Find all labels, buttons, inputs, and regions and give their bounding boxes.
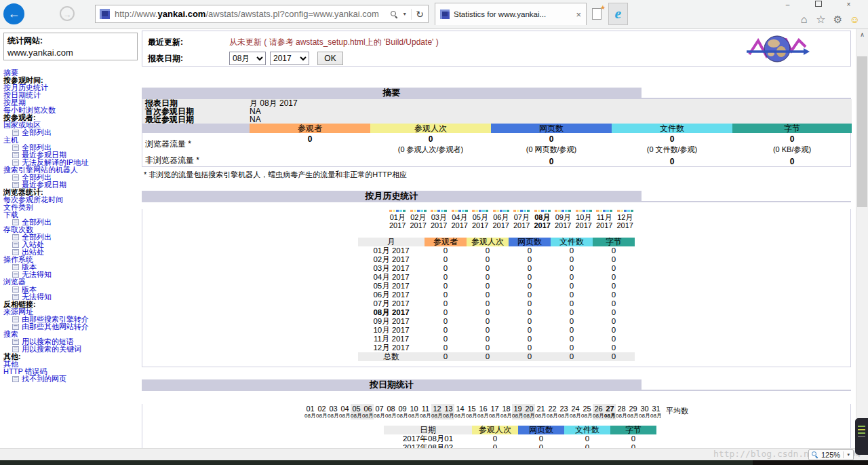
value-cell: 0 bbox=[551, 308, 593, 317]
day-month: 08月 bbox=[535, 413, 547, 419]
gear-icon[interactable]: ⚙ bbox=[830, 14, 846, 26]
mini-bar bbox=[503, 210, 506, 212]
month-cell: 05月 2017 bbox=[358, 282, 425, 291]
summary-footnote: * 非浏览的流量包括搜索引擎机器人，蠕虫病毒产生的流量和非正常的HTTP相应 bbox=[144, 170, 851, 180]
mini-chart-month: 01月2017 bbox=[387, 209, 408, 229]
mini-bar bbox=[431, 210, 433, 212]
month-cell: 02月 2017 bbox=[358, 255, 425, 264]
month-select[interactable]: 08月 bbox=[229, 52, 266, 65]
day-month: 08月 bbox=[408, 413, 420, 419]
day-number: 20 bbox=[524, 405, 535, 413]
monthly-row: 04月 201700000 bbox=[358, 273, 635, 282]
sidebar-subitem[interactable]: 用以搜索的关键词 bbox=[3, 346, 139, 353]
back-button[interactable]: ← bbox=[3, 3, 24, 24]
ie-logo-button[interactable]: e bbox=[608, 3, 628, 25]
monthly-row: 02月 201700000 bbox=[358, 255, 635, 264]
value-cell: 0 bbox=[593, 264, 635, 273]
daily-title: 按日期统计 bbox=[142, 379, 642, 390]
summary-value-cell: 0(0 KB/参观) bbox=[732, 133, 852, 155]
summary-nonbrowser-row: 非浏览器流量 *000 bbox=[142, 155, 852, 166]
table-icon bbox=[12, 182, 19, 188]
sidebar-item[interactable]: 文件类别 bbox=[3, 204, 139, 211]
value-cell: 0 bbox=[564, 434, 610, 443]
scroll-up-icon[interactable]: ∧ bbox=[856, 31, 868, 38]
mini-bar bbox=[434, 210, 437, 212]
search-dropdown-icon[interactable]: ▼ bbox=[402, 12, 407, 16]
favorites-star-icon[interactable]: ☆ bbox=[813, 14, 829, 26]
scrollbar-thumb[interactable] bbox=[857, 56, 867, 207]
monthly-row: 01月 201700000 bbox=[358, 246, 635, 255]
value-cell: 0 bbox=[425, 326, 467, 335]
year-select[interactable]: 2017 bbox=[270, 52, 309, 65]
year-label: 2017 bbox=[387, 221, 408, 229]
month-label: 08月 bbox=[532, 213, 553, 221]
month-cell: 03月 2017 bbox=[358, 264, 425, 273]
value-cell: 0 bbox=[425, 317, 467, 326]
value-cell: 0 bbox=[467, 308, 509, 317]
home-icon[interactable]: ⌂ bbox=[796, 14, 812, 26]
smiley-feedback-icon[interactable]: ☺ bbox=[847, 14, 863, 26]
mini-bar bbox=[517, 210, 519, 212]
table-icon bbox=[12, 234, 19, 240]
close-button[interactable]: × bbox=[833, 0, 864, 10]
day-cell: 1908月 bbox=[512, 404, 524, 420]
day-cell: 0508月 bbox=[351, 404, 362, 420]
zoom-level: 125% bbox=[821, 451, 840, 459]
day-cell: 2808月 bbox=[616, 404, 627, 420]
value-cell: 0 bbox=[551, 255, 593, 264]
metric-value: 0 bbox=[612, 133, 732, 144]
table-icon bbox=[12, 174, 19, 181]
daily-row: 2017年08月010000 bbox=[384, 434, 656, 443]
mini-bar bbox=[389, 210, 392, 212]
sidebar-subitem[interactable]: 全部列出 bbox=[3, 129, 139, 136]
value-cell: 0 bbox=[593, 255, 635, 264]
zoom-indicator[interactable]: 125% ▼ bbox=[808, 449, 854, 460]
browser-tab[interactable]: Statistics for www.yankai... × bbox=[435, 3, 587, 25]
forward-button[interactable]: → bbox=[60, 6, 75, 21]
monthly-total-row: 总数00000 bbox=[358, 352, 635, 361]
day-cell: 0208月 bbox=[316, 404, 328, 420]
vertical-scrollbar[interactable]: ∧ bbox=[856, 29, 868, 448]
mini-bars bbox=[408, 209, 429, 212]
day-number: 27 bbox=[604, 405, 616, 413]
sidebar-subitem[interactable]: 由那些其他网站转介 bbox=[3, 323, 139, 331]
day-cell: 1608月 bbox=[477, 404, 489, 420]
month-cell: 07月 2017 bbox=[358, 299, 425, 308]
daily-header-row: 日期参观人次网页数文件数字节 bbox=[384, 426, 656, 434]
day-number: 13 bbox=[443, 405, 454, 413]
value-cell: 0 bbox=[551, 343, 593, 352]
value-cell: 0 bbox=[564, 443, 610, 448]
minimize-button[interactable]: – bbox=[772, 0, 803, 10]
ok-button[interactable]: OK bbox=[317, 52, 343, 65]
table-icon bbox=[12, 294, 19, 300]
value-cell: 0 bbox=[509, 326, 551, 335]
forward-icon: → bbox=[63, 10, 72, 20]
new-tab-button[interactable]: ★ bbox=[590, 5, 606, 22]
metric-value: 0 bbox=[732, 133, 852, 144]
maximize-icon bbox=[815, 1, 822, 7]
site-name: www.yankai.com bbox=[7, 48, 134, 58]
search-icon[interactable] bbox=[390, 10, 398, 18]
mini-bar bbox=[555, 210, 557, 212]
csdn-pen-logo[interactable] bbox=[855, 418, 868, 455]
table-icon bbox=[12, 219, 19, 225]
mini-bar bbox=[507, 210, 509, 212]
address-bar[interactable]: http://www. yankai.com /awstats/awstats.… bbox=[95, 5, 429, 23]
tab-close-icon[interactable]: × bbox=[576, 10, 581, 20]
maximize-button[interactable] bbox=[803, 0, 833, 10]
mini-bars bbox=[450, 209, 471, 212]
metric-header: 文件数 bbox=[551, 238, 593, 246]
mini-bar bbox=[620, 210, 623, 212]
monthly-row: 06月 201700000 bbox=[358, 291, 635, 299]
day-number: 05 bbox=[351, 405, 362, 413]
day-month: 08月 bbox=[604, 413, 616, 419]
day-number: 08 bbox=[385, 405, 397, 413]
site-favicon bbox=[100, 9, 110, 19]
summary-value-cell: 0(0 网页数/参观) bbox=[491, 133, 612, 155]
refresh-icon[interactable]: ↻ bbox=[416, 9, 424, 20]
monthly-row: 08月 201700000 bbox=[358, 308, 635, 317]
day-cell: 2208月 bbox=[547, 404, 558, 420]
day-number: 29 bbox=[627, 405, 639, 413]
month-label: 10月 bbox=[574, 213, 595, 221]
sidebar-subitem[interactable]: 找不到的网页 bbox=[3, 375, 139, 383]
